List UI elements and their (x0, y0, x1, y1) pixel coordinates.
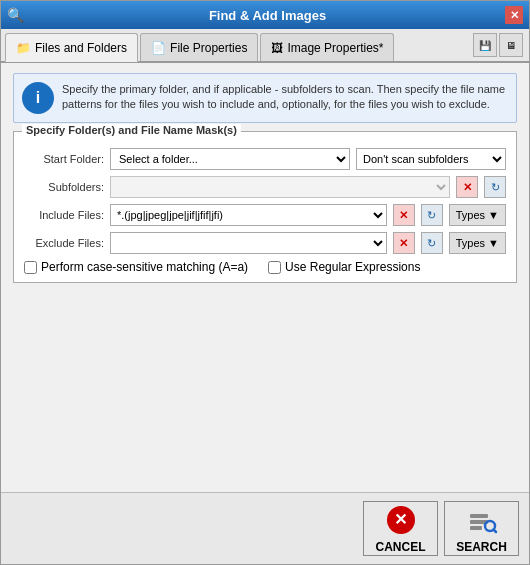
include-files-row: Include Files: *.(jpg|jpeg|jpe|jif|jfif|… (24, 204, 506, 226)
exclude-types-button[interactable]: Types ▼ (449, 232, 506, 254)
info-icon: i (22, 82, 54, 114)
cancel-icon: ✕ (385, 504, 417, 536)
info-text: Specify the primary folder, and if appli… (62, 82, 508, 113)
svg-rect-0 (470, 514, 488, 518)
include-files-dropdown[interactable]: *.(jpg|jpeg|jpe|jif|jfif|jfi) (110, 204, 387, 226)
subfolders-label: Subfolders: (24, 181, 104, 193)
subfolders-row: Subfolders: ✕ ↻ (24, 176, 506, 198)
svg-line-4 (493, 529, 496, 532)
info-box: i Specify the primary folder, and if app… (13, 73, 517, 123)
checkboxes-row: Perform case-sensitive matching (A=a) Us… (24, 260, 506, 274)
exclude-refresh-button[interactable]: ↻ (421, 232, 443, 254)
search-label: SEARCH (456, 540, 507, 554)
case-sensitive-checkbox-label[interactable]: Perform case-sensitive matching (A=a) (24, 260, 248, 274)
content-area: i Specify the primary folder, and if app… (1, 63, 529, 492)
bottom-bar: ✕ CANCEL SEARCH (1, 492, 529, 564)
search-icon (466, 504, 498, 536)
regex-checkbox-label[interactable]: Use Regular Expressions (268, 260, 420, 274)
file-props-tab-icon: 📄 (151, 41, 166, 55)
start-folder-select[interactable]: Select a folder... (110, 148, 350, 170)
subfolders-select[interactable] (110, 176, 450, 198)
folder-group-box: Specify Folder(s) and File Name Mask(s) … (13, 131, 517, 283)
close-button[interactable]: ✕ (505, 6, 523, 24)
subfolders-clear-button[interactable]: ✕ (456, 176, 478, 198)
exclude-files-dropdown[interactable] (110, 232, 387, 254)
regex-label: Use Regular Expressions (285, 260, 420, 274)
include-files-label: Include Files: (24, 209, 104, 221)
title-search-icon: 🔍 (7, 7, 24, 23)
files-tab-label: Files and Folders (35, 41, 127, 55)
include-types-button[interactable]: Types ▼ (449, 204, 506, 226)
tab-image-properties[interactable]: 🖼 Image Properties* (260, 33, 394, 61)
image-props-tab-label: Image Properties* (287, 41, 383, 55)
cancel-button[interactable]: ✕ CANCEL (363, 501, 438, 556)
start-folder-row: Start Folder: Select a folder... Don't s… (24, 148, 506, 170)
cancel-x-icon: ✕ (394, 512, 407, 528)
files-tab-icon: 📁 (16, 41, 31, 55)
save-button[interactable]: 💾 (473, 33, 497, 57)
start-folder-label: Start Folder: (24, 153, 104, 165)
tab-toolbar-icons: 💾 🖥 (473, 33, 529, 61)
include-clear-button[interactable]: ✕ (393, 204, 415, 226)
exclude-files-select[interactable] (111, 233, 386, 253)
exclude-clear-button[interactable]: ✕ (393, 232, 415, 254)
image-props-tab-icon: 🖼 (271, 41, 283, 55)
exclude-files-row: Exclude Files: ✕ ↻ Types ▼ (24, 232, 506, 254)
tab-file-properties[interactable]: 📄 File Properties (140, 33, 258, 61)
cancel-label: CANCEL (376, 540, 426, 554)
monitor-button[interactable]: 🖥 (499, 33, 523, 57)
main-window: 🔍 Find & Add Images ✕ 📁 Files and Folder… (0, 0, 530, 565)
search-button[interactable]: SEARCH (444, 501, 519, 556)
regex-checkbox[interactable] (268, 261, 281, 274)
window-title: Find & Add Images (30, 8, 505, 23)
include-files-select[interactable]: *.(jpg|jpeg|jpe|jif|jfif|jfi) (111, 205, 386, 225)
file-props-tab-label: File Properties (170, 41, 247, 55)
tabs-bar: 📁 Files and Folders 📄 File Properties 🖼 … (1, 29, 529, 63)
include-refresh-button[interactable]: ↻ (421, 204, 443, 226)
exclude-files-label: Exclude Files: (24, 237, 104, 249)
scan-subfolders-select[interactable]: Don't scan subfolders Scan subfolders Sc… (356, 148, 506, 170)
subfolders-refresh-button[interactable]: ↻ (484, 176, 506, 198)
case-sensitive-label: Perform case-sensitive matching (A=a) (41, 260, 248, 274)
group-box-title: Specify Folder(s) and File Name Mask(s) (22, 124, 241, 136)
title-bar: 🔍 Find & Add Images ✕ (1, 1, 529, 29)
tab-files-folders[interactable]: 📁 Files and Folders (5, 33, 138, 62)
svg-rect-2 (470, 526, 482, 530)
case-sensitive-checkbox[interactable] (24, 261, 37, 274)
